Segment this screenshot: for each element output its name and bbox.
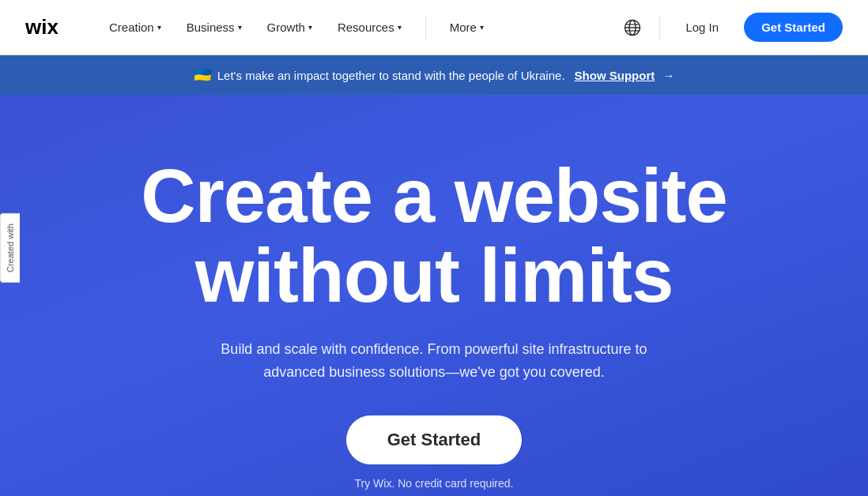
- nav-item-business[interactable]: Business ▾: [175, 14, 253, 40]
- hero-disclaimer: Try Wix. No credit card required.: [355, 477, 514, 490]
- resources-chevron-icon: ▾: [398, 23, 402, 32]
- nav-business-label: Business: [187, 21, 235, 34]
- hero-section: Create a website without limits Build an…: [0, 95, 868, 496]
- login-button[interactable]: Log In: [673, 14, 731, 40]
- nav-item-growth[interactable]: Growth ▾: [256, 14, 323, 40]
- nav-more-label: More: [450, 21, 477, 34]
- more-chevron-icon: ▾: [480, 23, 484, 32]
- nav-item-creation[interactable]: Creation ▾: [98, 14, 172, 40]
- language-selector-button[interactable]: [618, 13, 647, 42]
- wix-logo[interactable]: wix: [25, 17, 66, 39]
- banner-text: Let's make an impact together to stand w…: [217, 69, 565, 82]
- ukraine-banner: 🇺🇦 Let's make an impact together to stan…: [0, 55, 868, 95]
- creation-chevron-icon: ▾: [157, 23, 161, 32]
- hero-title-line1: Create a website: [141, 153, 727, 238]
- navbar-right: Log In Get Started: [618, 13, 843, 42]
- get-started-nav-button[interactable]: Get Started: [744, 13, 843, 42]
- banner-arrow-icon: →: [662, 69, 674, 82]
- show-support-link[interactable]: Show Support: [575, 69, 655, 82]
- nav-links: Creation ▾ Business ▾ Growth ▾ Resources…: [98, 14, 618, 40]
- business-chevron-icon: ▾: [238, 23, 242, 32]
- hero-subtitle: Build and scale with confidence. From po…: [189, 338, 679, 384]
- ukraine-flag-icon: 🇺🇦: [194, 66, 211, 84]
- hero-title-line2: without limits: [195, 233, 674, 318]
- nav-resources-label: Resources: [338, 21, 394, 34]
- right-divider: [659, 15, 660, 40]
- hero-title: Create a website without limits: [141, 156, 727, 316]
- created-with-tab[interactable]: Created with: [0, 213, 20, 283]
- nav-item-more[interactable]: More ▾: [439, 14, 495, 40]
- svg-text:wix: wix: [25, 17, 58, 39]
- globe-icon: [624, 19, 641, 36]
- nav-item-resources[interactable]: Resources ▾: [326, 14, 413, 40]
- nav-divider: [425, 15, 426, 40]
- nav-creation-label: Creation: [109, 21, 154, 34]
- navbar: wix Creation ▾ Business ▾ Growth ▾ Resou…: [0, 0, 868, 55]
- hero-get-started-button[interactable]: Get Started: [346, 415, 523, 464]
- growth-chevron-icon: ▾: [308, 23, 312, 32]
- nav-growth-label: Growth: [267, 21, 305, 34]
